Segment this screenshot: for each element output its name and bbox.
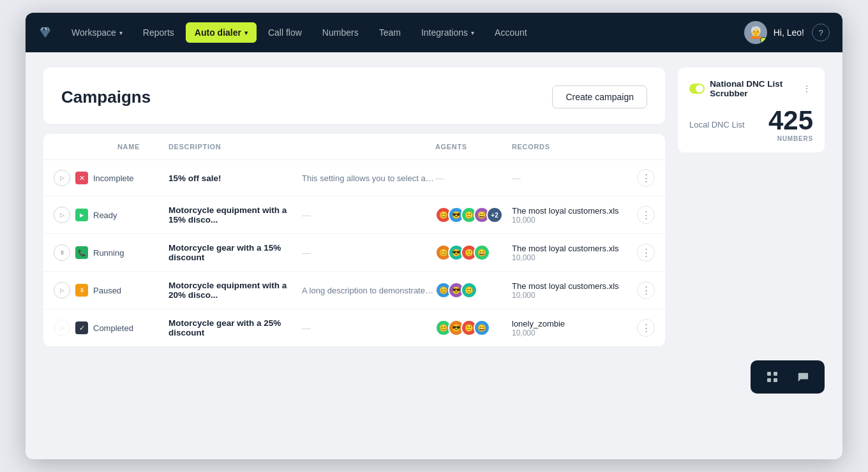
- col-header-records: RECORDS: [512, 143, 627, 151]
- status-icon: ⏸: [75, 284, 88, 297]
- dnc-local-row: Local DNC List 425 NUMBERS: [689, 107, 813, 142]
- campaign-description: This setting allows you to select a prio…: [302, 173, 435, 183]
- play-button[interactable]: ▷: [54, 282, 70, 299]
- nav-integrations[interactable]: Integrations ▾: [412, 22, 483, 43]
- agent-avatar-extra: +2: [486, 207, 503, 223]
- table-row: ▷ ✕ Incomplete 15% off sale! This settin…: [43, 160, 665, 196]
- records-count: 10,000: [512, 328, 627, 337]
- left-panel: Campaigns Create campaign NAME DESCRIPTI…: [43, 68, 665, 346]
- play-button[interactable]: ▷: [54, 320, 70, 336]
- integrations-chevron-icon: ▾: [471, 29, 474, 36]
- campaigns-table: NAME DESCRIPTION AGENTS RECORDS ▷ ✕ Inco…: [43, 134, 665, 346]
- status-badge: Running: [93, 248, 124, 258]
- agent-avatar: 🙂: [461, 282, 477, 299]
- nav-account[interactable]: Account: [486, 22, 536, 43]
- agents-avatars: 😊 😎 🙂: [435, 282, 512, 299]
- floating-toolbar: [751, 360, 825, 394]
- col-header-agents: AGENTS: [435, 143, 512, 151]
- campaign-description: A long description to demonstrate how th…: [302, 286, 435, 295]
- status-cell: ⏸ 📞 Running: [54, 244, 168, 261]
- status-cell: ▷ ▶ Ready: [54, 207, 168, 223]
- status-badge: Ready: [93, 210, 117, 220]
- campaign-name: Motorcycle equipment with a 15% disco...: [168, 205, 302, 225]
- table-row: ▷ ⏸ Paused Motorcycle equipment with a 2…: [43, 272, 665, 309]
- bottom-bar: [26, 362, 842, 400]
- status-icon: 📞: [75, 246, 88, 259]
- records-count: 10,000: [512, 216, 627, 225]
- agents-avatars: 😊 😎 🙂 😄: [435, 320, 512, 336]
- campaign-name: Motorcycle equipment with a 20% disco...: [168, 281, 302, 300]
- row-menu-button[interactable]: ⋮: [637, 169, 655, 187]
- row-menu-button[interactable]: ⋮: [637, 244, 655, 262]
- dnc-title-row: National DNC List Scrubber: [689, 79, 801, 98]
- dnc-menu-button[interactable]: ⋮: [801, 81, 813, 96]
- row-menu-button[interactable]: ⋮: [637, 206, 655, 224]
- campaign-description: —: [302, 247, 435, 258]
- table-row: ⏸ 📞 Running Motorcycle gear with a 15% d…: [43, 234, 665, 272]
- campaigns-header-card: Campaigns Create campaign: [43, 68, 665, 124]
- create-campaign-button[interactable]: Create campaign: [552, 85, 647, 108]
- nav-workspace[interactable]: Workspace ▾: [63, 22, 131, 43]
- agents-value: —: [435, 173, 512, 183]
- table-row: ▷ ✓ Completed Motorcycle gear with a 25%…: [43, 309, 665, 346]
- status-cell: ▷ ✓ Completed: [54, 320, 168, 336]
- dnc-numbers-label: NUMBERS: [768, 135, 813, 142]
- status-cell: ▷ ⏸ Paused: [54, 282, 168, 299]
- table-row: ▷ ▶ Ready Motorcycle equipment with a 15…: [43, 196, 665, 234]
- main-content: Campaigns Create campaign NAME DESCRIPTI…: [26, 52, 842, 362]
- play-button[interactable]: ▷: [54, 207, 70, 223]
- avatar: 🧑‍🦳: [744, 21, 767, 44]
- dnc-local-label: Local DNC List: [689, 120, 745, 129]
- status-badge: Paused: [93, 286, 121, 295]
- nav-numbers[interactable]: Numbers: [313, 22, 368, 43]
- svg-rect-3: [774, 378, 777, 382]
- status-icon: ✓: [75, 321, 88, 334]
- nav-auto-dialer[interactable]: Auto dialer ▾: [186, 22, 257, 43]
- status-icon: ▶: [75, 209, 88, 221]
- nav-team[interactable]: Team: [370, 22, 410, 43]
- row-menu-button[interactable]: ⋮: [637, 319, 655, 337]
- records-count: 10,000: [512, 253, 627, 262]
- status-icon: ✕: [75, 172, 88, 184]
- page-title: Campaigns: [61, 87, 151, 107]
- grid-icon-button[interactable]: [762, 367, 782, 387]
- pause-button[interactable]: ⏸: [54, 244, 70, 261]
- records-value: —: [512, 173, 627, 183]
- status-badge: Completed: [93, 323, 133, 333]
- svg-rect-0: [767, 372, 771, 376]
- row-menu-button[interactable]: ⋮: [637, 281, 655, 299]
- campaign-name: Motorcycle gear with a 25% discount: [168, 318, 302, 337]
- dnc-toggle[interactable]: [689, 84, 705, 94]
- play-button[interactable]: ▷: [54, 170, 70, 186]
- svg-rect-2: [767, 378, 771, 382]
- agents-avatars: 😊 😎 🙂 😄: [435, 244, 512, 261]
- nav-logo: [38, 26, 52, 40]
- col-header-name: NAME: [54, 143, 168, 151]
- dnc-header: National DNC List Scrubber ⋮: [689, 79, 813, 98]
- help-button[interactable]: ?: [812, 24, 830, 41]
- records-cell: The most loyal customers.xls 10,000: [512, 281, 627, 300]
- auto-dialer-chevron-icon: ▾: [244, 29, 248, 36]
- records-cell: The most loyal customers.xls 10,000: [512, 206, 627, 225]
- dnc-number-block: 425 NUMBERS: [768, 107, 813, 142]
- navbar: Workspace ▾ Reports Auto dialer ▾ Call f…: [26, 13, 842, 52]
- agent-avatar: 😄: [474, 244, 490, 261]
- right-panel: National DNC List Scrubber ⋮ Local DNC L…: [678, 68, 825, 346]
- chat-icon-button[interactable]: [793, 367, 813, 387]
- campaign-name: Motorcycle gear with a 15% discount: [168, 243, 302, 262]
- agent-avatar: 😄: [474, 320, 490, 336]
- status-badge: Incomplete: [93, 173, 134, 183]
- records-cell: The most loyal customers.xls 10,000: [512, 244, 627, 262]
- svg-rect-1: [774, 372, 777, 376]
- nav-reports[interactable]: Reports: [134, 22, 183, 43]
- avatar-status-dot: [760, 37, 767, 43]
- dnc-card: National DNC List Scrubber ⋮ Local DNC L…: [678, 68, 825, 152]
- nav-call-flow[interactable]: Call flow: [259, 22, 311, 43]
- app-window: Workspace ▾ Reports Auto dialer ▾ Call f…: [26, 13, 842, 459]
- nav-user[interactable]: 🧑‍🦳 Hi, Leo!: [744, 21, 804, 44]
- campaign-description: —: [302, 210, 435, 220]
- campaign-name: 15% off sale!: [168, 173, 302, 183]
- campaign-description: —: [302, 323, 435, 333]
- table-header-row: NAME DESCRIPTION AGENTS RECORDS: [43, 134, 665, 160]
- agents-avatars: 😊 😎 🙂 😄 +2: [435, 207, 512, 223]
